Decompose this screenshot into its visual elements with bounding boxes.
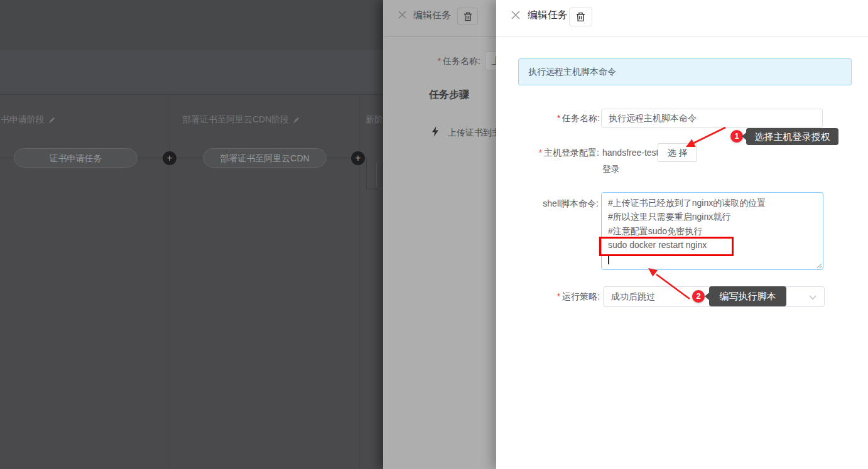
shell-line: #上传证书已经放到了nginx的读取的位置 [608, 198, 766, 208]
edit-pencil-icon[interactable] [48, 117, 55, 124]
edit-pencil-icon[interactable] [293, 117, 300, 124]
drawer-title: 编辑任务 [528, 9, 568, 22]
task-step-item[interactable]: 上传证书到主 [448, 127, 501, 139]
task-pill-cert-apply[interactable]: 证书申请任务 [14, 148, 138, 168]
host-login-value-wrap: 登录 [602, 164, 620, 175]
annotation-tooltip-1: 选择主机登录授权 [746, 128, 838, 145]
lightning-icon [431, 126, 439, 137]
drawer-divider [383, 36, 496, 37]
edit-task-drawer-background: 编辑任务 *任务名称: 上 任务步骤 上传证书到主 [383, 0, 496, 469]
shell-script-label: shell脚本命令: [496, 197, 599, 210]
annotation-arrow-2 [644, 262, 697, 303]
host-login-label: *主机登录配置: [496, 143, 599, 162]
stage-title-1: 证书申请阶段 [0, 114, 55, 126]
add-task-button[interactable]: + [163, 151, 176, 165]
highlight-box-sudo-command [599, 237, 734, 256]
host-login-value: handsfree-test [602, 148, 659, 158]
edit-task-drawer: 编辑任务 执行远程主机脚本命令 *任务名称: 执行远程主机脚本命令 *主机登录配… [496, 0, 868, 469]
required-mark: * [438, 56, 441, 66]
task-name-label: *任务名称: [496, 109, 600, 128]
text-cursor [608, 255, 609, 264]
stage-title-2: 部署证书至阿里云CDN阶段 [182, 114, 300, 126]
screen: 证书申请阶段 部署证书至阿里云CDN阶段 新阶段 证书申请任务 部署证书至阿里云… [0, 0, 868, 469]
delete-task-button[interactable] [569, 8, 592, 26]
chevron-down-icon [809, 295, 816, 300]
task-connector-elbow [366, 158, 367, 189]
delete-task-button[interactable] [457, 8, 478, 25]
trash-icon [576, 12, 585, 22]
required-mark: * [557, 113, 560, 123]
tooltip-arrow [742, 132, 746, 140]
annotation-tooltip-2: 编写执行脚本 [709, 286, 786, 306]
annotation-badge-1: 1 [730, 130, 743, 143]
task-name-label: *任务名称: [383, 51, 480, 70]
shell-line: #所以这里只需要重启nginx就行 [608, 212, 730, 222]
annotation-arrow-1 [681, 124, 733, 154]
close-icon[interactable] [511, 11, 520, 19]
required-mark: * [557, 291, 560, 301]
tooltip-arrow [705, 293, 709, 300]
shell-line: #注意配置sudo免密执行 [608, 226, 702, 236]
drawer-title: 编辑任务 [413, 9, 451, 21]
task-steps-heading: 任务步骤 [429, 89, 469, 102]
shell-script-textarea[interactable]: #上传证书已经放到了nginx的读取的位置 #所以这里只需要重启nginx就行 … [601, 192, 823, 270]
task-pill-deploy-cdn[interactable]: 部署证书至阿里云CDN [203, 148, 327, 168]
run-policy-label: *运行策略: [496, 286, 600, 307]
task-type-banner: 执行远程主机脚本命令 [518, 58, 852, 85]
resize-handle[interactable] [815, 262, 822, 269]
annotation-badge-2: 2 [692, 290, 705, 303]
add-task-button[interactable]: + [351, 151, 365, 165]
close-icon[interactable] [398, 11, 406, 19]
drawer-divider [496, 36, 868, 37]
required-mark: * [539, 148, 542, 158]
trash-icon [464, 12, 472, 21]
